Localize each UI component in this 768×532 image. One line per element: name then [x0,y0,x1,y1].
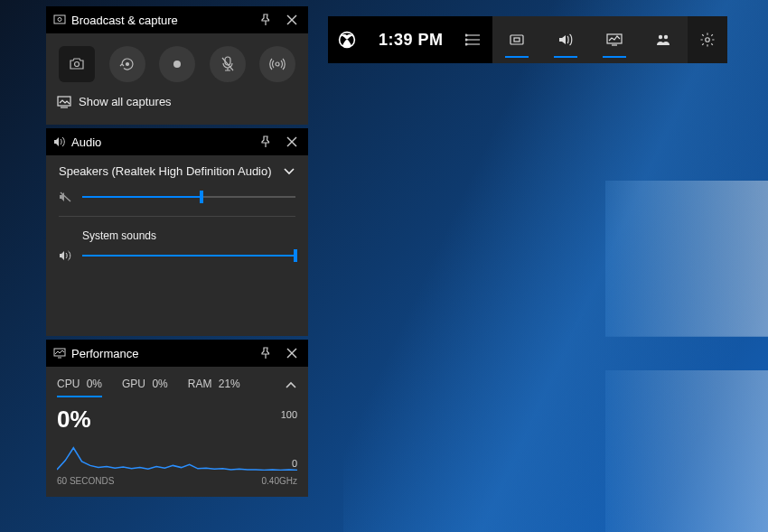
broadcast-header: Broadcast & capture [46,6,308,33]
menu-icon[interactable] [456,33,489,46]
svg-point-19 [126,63,128,66]
topbar-tabs [492,16,688,63]
record-button[interactable] [159,46,195,82]
audio-header: Audio [46,128,308,155]
performance-title: Performance [71,347,138,360]
master-volume-slider[interactable] [82,196,295,198]
gallery-icon [57,96,71,108]
svg-point-11 [658,35,661,39]
svg-point-23 [276,62,279,66]
svg-point-18 [75,62,80,67]
show-all-captures-link[interactable]: Show all captures [57,91,297,112]
gamebar-topbar: 1:39 PM [328,16,727,63]
svg-point-4 [465,34,467,36]
perf-tab-cpu[interactable]: CPU 0% [57,374,102,397]
performance-header: Performance [46,340,308,367]
svg-point-6 [465,43,467,45]
svg-point-5 [465,39,467,41]
close-icon[interactable] [283,135,301,149]
audio-title: Audio [71,135,101,149]
perf-tab-gpu[interactable]: GPU 0% [122,374,168,397]
svg-point-15 [58,18,61,22]
svg-point-20 [173,61,181,68]
cpu-clock: 0.40GHz [262,476,297,486]
axis-max: 100 [281,409,297,420]
chevron-up-icon[interactable] [285,381,297,390]
mute-icon[interactable] [59,191,73,203]
svg-rect-8 [514,38,520,42]
chart-duration: 60 SECONDS [57,476,114,486]
performance-icon [53,348,66,359]
broadcast-title: Broadcast & capture [71,14,178,27]
audio-panel: Audio Speakers (Realtek High Definition … [46,128,308,336]
tab-performance[interactable] [590,16,639,63]
svg-rect-24 [58,97,70,106]
svg-point-13 [705,38,709,42]
screenshot-button[interactable] [59,46,95,82]
audio-device-name: Speakers (Realtek High Definition Audio) [59,164,272,178]
close-icon[interactable] [283,13,301,27]
svg-point-12 [663,35,667,39]
pin-icon[interactable] [256,12,276,28]
pin-icon[interactable] [256,134,276,150]
system-volume-slider[interactable] [82,255,295,257]
close-icon[interactable] [283,346,301,360]
tab-audio[interactable] [541,16,590,63]
broadcast-panel: Broadcast & capture [46,6,308,125]
svg-rect-7 [510,35,523,44]
chevron-down-icon[interactable] [283,167,295,176]
perf-tab-ram[interactable]: RAM 21% [188,374,240,397]
show-all-label: Show all captures [79,95,172,108]
mic-off-button[interactable] [210,46,246,82]
settings-button[interactable] [688,16,727,63]
broadcast-icon [53,14,66,26]
svg-rect-14 [54,15,65,23]
svg-rect-29 [54,349,65,356]
record-last-button[interactable] [109,46,145,82]
tab-social[interactable] [639,16,688,63]
divider [59,216,295,217]
cpu-chart: 0% 100 0 [57,406,297,471]
clock: 1:39 PM [366,31,456,50]
audio-icon [53,136,66,147]
broadcast-button[interactable] [259,46,295,82]
tab-capture[interactable] [492,16,541,63]
speaker-icon[interactable] [59,249,73,262]
xbox-icon[interactable] [328,31,366,49]
pin-icon[interactable] [256,345,276,361]
performance-panel: Performance CPU 0% GPU 0% RAM [46,340,308,497]
system-sounds-label: System sounds [82,229,295,242]
